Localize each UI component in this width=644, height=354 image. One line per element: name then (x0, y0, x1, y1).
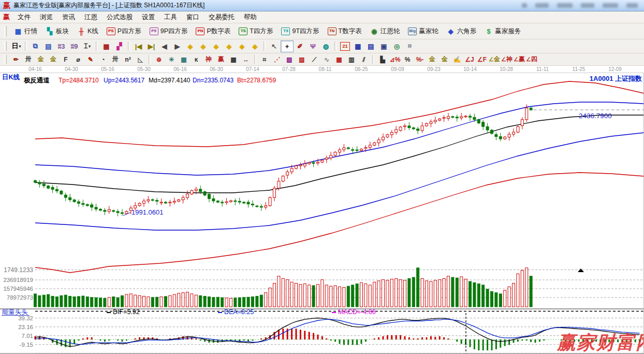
fibo-tool-icon[interactable]: F (60, 54, 72, 65)
step-chart-icon[interactable]: ▙ (376, 54, 389, 65)
calendar-icon[interactable]: 21 (340, 42, 350, 51)
menu-browse[interactable]: 浏览 (35, 12, 57, 23)
scale-tool-icon[interactable]: 卅 (22, 54, 35, 65)
window-controls-blurred[interactable] (522, 3, 638, 8)
channel-value: Bt=2278.6759 (237, 77, 276, 84)
span-arrow-icon[interactable]: ↔ (240, 54, 252, 65)
last-bar-icon[interactable]: ▶| (145, 40, 158, 52)
box-grid-icon[interactable]: ⌗ (258, 54, 271, 65)
workstation-icon[interactable]: ⌗ (403, 40, 416, 52)
draw-pen-icon[interactable]: ✏ (10, 54, 22, 65)
menu-window[interactable]: 窗口 (182, 12, 204, 23)
toolbar-9p-square-button[interactable]: P99P四方形 (146, 25, 192, 37)
wave9-icon[interactable]: ʬ9 (68, 40, 81, 52)
toolbar-winner-service-button[interactable]: $赢家服务 (481, 25, 524, 37)
prev-bar-icon[interactable]: ◀ (158, 40, 171, 52)
wave3-icon[interactable]: ʬ3 (55, 40, 68, 52)
grid123-icon[interactable]: ▦ (227, 54, 240, 65)
menu-help[interactable]: 帮助 (239, 12, 261, 23)
circle-cross-icon[interactable]: ⊕ (153, 54, 165, 65)
fit-view-icon[interactable]: ◈ (236, 40, 248, 52)
date-tick: 06-16 (173, 66, 187, 72)
zoom-left-icon[interactable]: ◈ (184, 40, 197, 52)
toolbar-t-square-button[interactable]: TST四方形 (235, 25, 276, 37)
toolbar-hexagon-button[interactable]: ◈六角形 (443, 25, 480, 37)
overlay-chart-icon[interactable]: ⧉ (29, 40, 42, 52)
crosshair-icon[interactable]: + (281, 40, 294, 52)
report-icon[interactable]: ▤ (42, 40, 55, 52)
time-circle-icon[interactable]: ◔ (97, 54, 109, 65)
trend-lines-icon[interactable]: ⟋ (308, 54, 320, 65)
chart-area[interactable]: 04-1604-3005-1605-3006-1606-3007-1407-28… (0, 66, 644, 354)
toolbar-winner-wheel-button[interactable]: Big赢家轮 (404, 25, 442, 37)
k-mark-icon[interactable]: ĸ (190, 54, 202, 65)
angle-ruler-icon[interactable]: ◺ (134, 54, 147, 65)
parallel-lines-icon[interactable]: ⫽ (358, 54, 370, 65)
menu-gann[interactable]: 江恩 (80, 12, 102, 23)
gold-line-icon[interactable]: 金 (438, 54, 451, 65)
save-icon[interactable]: ▣ (377, 40, 390, 52)
toolbar-kline-button[interactable]: ╫K线 (74, 25, 102, 37)
menu-file[interactable]: 文件 (13, 12, 35, 23)
notepad-icon[interactable]: ▤ (364, 40, 377, 52)
next-bar-icon[interactable]: ▶ (171, 40, 184, 52)
period-day-dropdown[interactable]: 日▾ (10, 40, 23, 52)
angle-tool-icon[interactable]: ✐ (294, 40, 306, 52)
chart-canvas[interactable]: 04-1604-3005-1605-3006-1606-3007-1407-28… (0, 66, 644, 354)
candle-style-dropdown[interactable]: ⌶▾ (81, 40, 94, 52)
channel-line-up (35, 102, 644, 175)
dot-grid-icon[interactable]: ▥ (345, 54, 358, 65)
grid-scale-icon[interactable]: 卅 (109, 54, 122, 65)
toolbar-p-square-button[interactable]: PSP四方形 (103, 25, 145, 37)
gann-tool-icon[interactable]: Ψ (306, 40, 319, 52)
fan-box-icon[interactable]: ▨ (283, 54, 296, 65)
pattern-icon[interactable]: ▩ (100, 40, 113, 52)
toolbar-p-number-table-button[interactable]: PNP数字表 (192, 25, 234, 37)
angle-si-icon[interactable]: ∠四 (525, 54, 538, 65)
gold-band-icon[interactable]: 金 (47, 54, 60, 65)
fan-square-icon[interactable]: ▧ (296, 54, 308, 65)
angle-gold-icon[interactable]: ∠金 (488, 54, 501, 65)
toolbar-t-number-table-button[interactable]: TNT数字表 (324, 25, 365, 37)
shen-tool-icon[interactable]: 神 (202, 54, 215, 65)
calculator-icon[interactable]: ▦ (352, 40, 364, 52)
menu-settings[interactable]: 设置 (137, 12, 159, 23)
angle-shen-icon[interactable]: ∠神 (501, 54, 513, 65)
fan-lines-icon[interactable]: ⋰ (271, 54, 283, 65)
cycle-tool-icon[interactable]: ◍ (319, 40, 332, 52)
toolbar-gann-wheel-button[interactable]: ◉江恩轮 (367, 25, 404, 37)
toolbar-9t-square-button[interactable]: T99T四方形 (277, 25, 323, 37)
gold-circle-icon[interactable]: 金 (426, 54, 438, 65)
zoom-right-icon[interactable]: ◈ (197, 40, 210, 52)
angle-ying-icon[interactable]: ∠赢 (513, 54, 525, 65)
percent-line-icon[interactable]: %- (414, 54, 426, 65)
n-square-icon[interactable]: n² (122, 54, 134, 65)
histogram-icon[interactable]: ▞ (113, 40, 126, 52)
compress-icon[interactable]: ◈ (223, 40, 236, 52)
nav-diamond-icon[interactable]: ◈ (248, 40, 261, 52)
hand-tool-icon[interactable]: ↖ (268, 40, 281, 52)
first-bar-icon[interactable]: |◀ (132, 40, 145, 52)
angle-f-icon[interactable]: ∠F (476, 54, 488, 65)
square-star-icon[interactable]: ▦ (178, 54, 190, 65)
angle-j-icon[interactable]: ∠J (463, 54, 476, 65)
pen-flag-icon[interactable]: ✍ (451, 54, 463, 65)
toolbar-sectors-button[interactable]: ▚板块 (42, 25, 72, 37)
red-grid-icon[interactable]: ▦ (333, 54, 345, 65)
star-grid-icon[interactable]: ✳ (165, 54, 178, 65)
wave-line-icon[interactable]: ∿ (320, 54, 333, 65)
percent-angle-icon[interactable]: ⊿% (389, 54, 401, 65)
marker-pen-icon[interactable]: ✎ (84, 54, 97, 65)
ying-tool-icon[interactable]: 赢 (215, 54, 227, 65)
macd-axis-label: 7.01 (22, 333, 33, 339)
spiral-tool-icon[interactable]: ⌀ (72, 54, 84, 65)
toolbar-quotes-button[interactable]: ▦行情 (10, 25, 41, 37)
menu-news[interactable]: 资讯 (57, 12, 80, 23)
percent-icon[interactable]: % (401, 54, 414, 65)
expand-icon[interactable]: ◈ (210, 40, 223, 52)
gold-ratio-icon[interactable]: 金 (35, 54, 47, 65)
menu-tools[interactable]: 工具 (159, 12, 182, 23)
menu-formula-pick[interactable]: 公式选股 (102, 12, 137, 23)
web-icon[interactable]: ◎ (390, 40, 403, 52)
menu-trade[interactable]: 交易委托 (204, 12, 239, 23)
